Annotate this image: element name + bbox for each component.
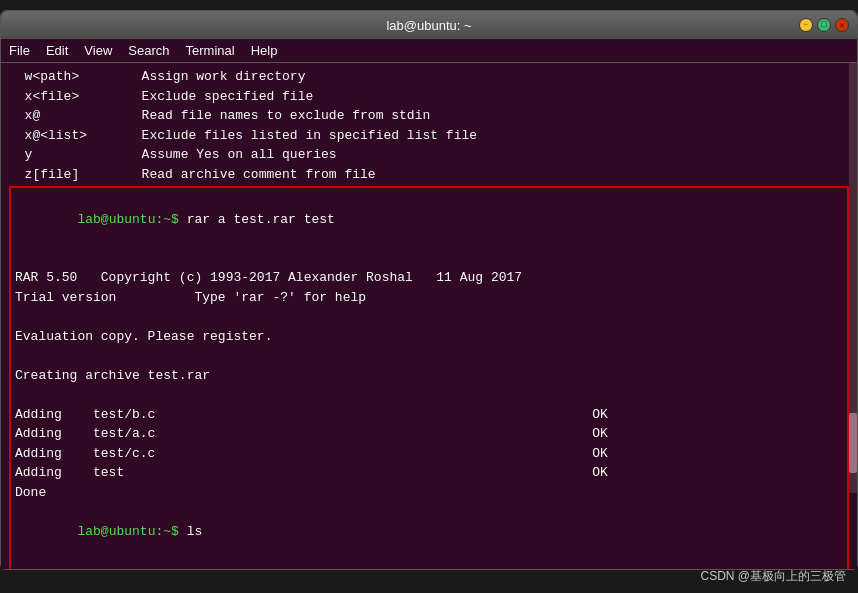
command-text: rar a test.rar test [179,212,335,227]
ls-command-line: lab@ubuntu:~$ ls [15,502,843,561]
adding-line-0: Adding test/b.c OK [15,405,843,425]
scrollbar[interactable] [849,63,857,493]
maximize-button[interactable]: □ [817,18,831,32]
minimize-button[interactable]: − [799,18,813,32]
terminal-body[interactable]: w<path> Assign work directory x<file> Ex… [1,63,857,569]
command-output-box: lab@ubuntu:~$ rar a test.rar test RAR 5.… [9,186,849,569]
window-title: lab@ubuntu: ~ [386,18,471,33]
output-blank-2 [15,307,843,327]
output-line-4: Creating archive test.rar [15,366,843,386]
menu-file[interactable]: File [9,43,30,58]
command-line: lab@ubuntu:~$ rar a test.rar test [15,190,843,249]
menu-edit[interactable]: Edit [46,43,68,58]
pre-line-4: y Assume Yes on all queries [9,145,849,165]
ls-command-text: ls [179,524,202,539]
pre-line-5: z[file] Read archive comment from file [9,165,849,185]
menu-bar: File Edit View Search Terminal Help [1,39,857,63]
pre-line-3: x@<list> Exclude files listed in specifi… [9,126,849,146]
close-button[interactable]: ✕ [835,18,849,32]
menu-terminal[interactable]: Terminal [186,43,235,58]
output-line-3: Evaluation copy. Please register. [15,327,843,347]
menu-search[interactable]: Search [128,43,169,58]
output-blank-1 [15,249,843,269]
output-blank-4 [15,385,843,405]
output-line-2: Trial version Type 'rar -?' for help [15,288,843,308]
done-line: Done [15,483,843,503]
pre-line-0: w<path> Assign work directory [9,67,849,87]
window-controls: − □ ✕ [799,18,849,32]
menu-view[interactable]: View [84,43,112,58]
adding-line-1: Adding test/a.c OK [15,424,843,444]
prompt-green: lab@ubuntu:~$ [77,212,178,227]
pre-line-1: x<file> Exclude specified file [9,87,849,107]
output-line-1: RAR 5.50 Copyright (c) 1993-2017 Alexand… [15,268,843,288]
title-bar: lab@ubuntu: ~ − □ ✕ [1,11,857,39]
ls-prompt-green: lab@ubuntu:~$ [77,524,178,539]
pre-line-2: x@ Read file names to exclude from stdin [9,106,849,126]
output-blank-3 [15,346,843,366]
terminal-window: lab@ubuntu: ~ − □ ✕ File Edit View Searc… [0,10,858,570]
menu-help[interactable]: Help [251,43,278,58]
watermark: CSDN @基极向上的三极管 [700,568,846,585]
adding-line-3: Adding test OK [15,463,843,483]
adding-line-2: Adding test/c.c OK [15,444,843,464]
scrollbar-thumb[interactable] [849,413,857,473]
